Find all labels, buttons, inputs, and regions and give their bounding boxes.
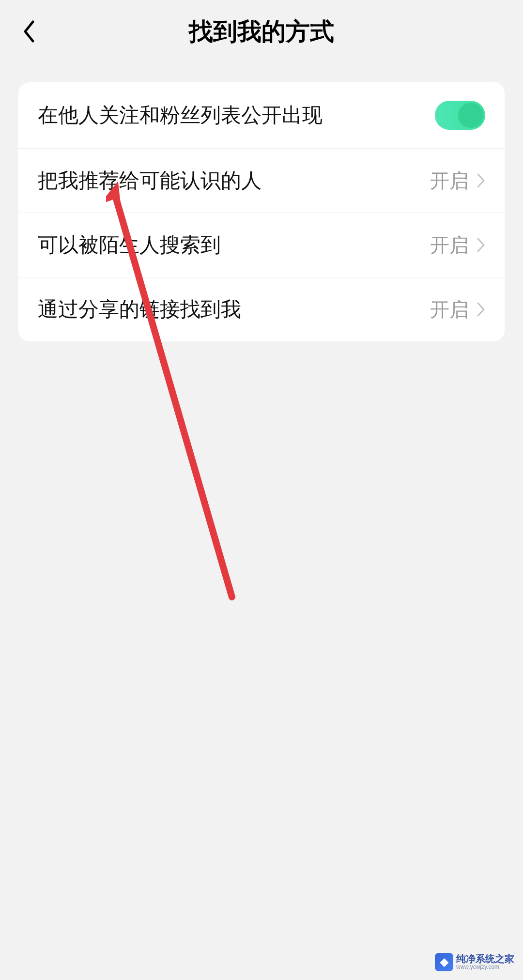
row-label: 在他人关注和粉丝列表公开出现 bbox=[38, 102, 435, 129]
row-label: 通过分享的链接找到我 bbox=[38, 296, 430, 323]
watermark: ◆ 纯净系统之家 www.ycwjzy.com bbox=[435, 953, 514, 971]
back-button[interactable] bbox=[15, 17, 44, 46]
chevron-right-icon bbox=[477, 302, 485, 317]
row-control: 开启 bbox=[430, 168, 485, 194]
row-control bbox=[435, 101, 485, 130]
row-control: 开启 bbox=[430, 296, 485, 323]
chevron-left-icon bbox=[22, 20, 36, 43]
page-title: 找到我的方式 bbox=[0, 15, 523, 48]
chevron-right-icon bbox=[477, 173, 485, 188]
watermark-sub: www.ycwjzy.com bbox=[456, 964, 514, 970]
header: 找到我的方式 bbox=[0, 0, 523, 63]
watermark-text: 纯净系统之家 www.ycwjzy.com bbox=[456, 953, 514, 970]
row-recommend-to-contacts[interactable]: 把我推荐给可能认识的人 开启 bbox=[18, 148, 505, 213]
row-value: 开启 bbox=[430, 296, 469, 323]
watermark-main: 纯净系统之家 bbox=[456, 953, 514, 964]
watermark-logo-icon: ◆ bbox=[435, 953, 453, 971]
row-searchable-by-strangers[interactable]: 可以被陌生人搜索到 开启 bbox=[18, 213, 505, 277]
row-value: 开启 bbox=[430, 232, 469, 259]
toggle-switch[interactable] bbox=[435, 101, 485, 130]
row-value: 开启 bbox=[430, 168, 469, 194]
row-appear-in-followers[interactable]: 在他人关注和粉丝列表公开出现 bbox=[18, 82, 505, 148]
row-find-via-shared-link[interactable]: 通过分享的链接找到我 开启 bbox=[18, 277, 505, 341]
row-control: 开启 bbox=[430, 232, 485, 259]
settings-card: 在他人关注和粉丝列表公开出现 把我推荐给可能认识的人 开启 可以被陌生人搜索到 … bbox=[18, 82, 505, 341]
chevron-right-icon bbox=[477, 237, 485, 253]
row-label: 可以被陌生人搜索到 bbox=[38, 231, 430, 259]
row-label: 把我推荐给可能认识的人 bbox=[38, 167, 430, 194]
